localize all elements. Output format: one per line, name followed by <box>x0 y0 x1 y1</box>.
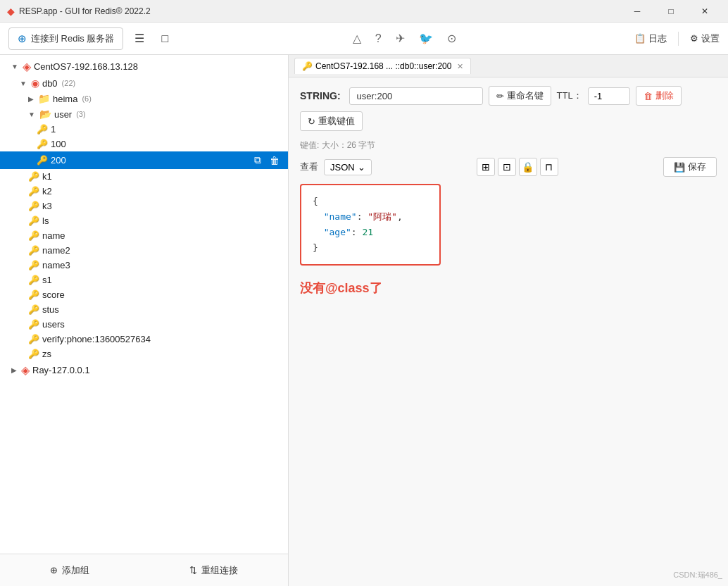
close-button[interactable]: ✕ <box>689 0 721 23</box>
log-button[interactable]: 📋 日志 <box>634 32 667 45</box>
reconnect-button[interactable]: ⇅ 重组连接 <box>175 559 252 582</box>
twitter-icon[interactable]: 🐦 <box>419 32 433 45</box>
delete-key-button[interactable]: 🗑 <box>267 154 282 167</box>
save-label: 保存 <box>688 161 706 173</box>
user-folder[interactable]: ▼ 📂 user (3) <box>0 106 288 122</box>
tab-close-button[interactable]: ✕ <box>457 62 463 71</box>
key-icon-zs: 🔑 <box>28 349 39 359</box>
menu-button[interactable]: ☰ <box>129 29 150 48</box>
key-score[interactable]: 🔑 score <box>0 287 288 302</box>
key-label-name: name <box>42 230 65 241</box>
key-verify-phone[interactable]: 🔑 verify:phone:13600527634 <box>0 332 288 347</box>
db0-node[interactable]: ▼ ◉ db0 (22) <box>0 75 288 91</box>
ray-server-label: Ray-127.0.0.1 <box>32 365 90 375</box>
key-label-name2: name2 <box>42 245 70 256</box>
main-content: ▼ ◈ CentOS7-192.168.13.128 ▼ ◉ db0 (22) … <box>0 55 728 586</box>
key-name2[interactable]: 🔑 name2 <box>0 243 288 258</box>
settings-icon: ⚙ <box>690 33 698 44</box>
key-name[interactable]: 🔑 name <box>0 228 288 243</box>
key-user-200[interactable]: 🔑 200 ⧉ 🗑 <box>0 151 288 169</box>
help-icon[interactable]: ? <box>375 32 382 45</box>
key-user-1[interactable]: 🔑 1 <box>0 122 288 137</box>
warning-icon[interactable]: △ <box>353 32 361 45</box>
key-name-input[interactable]: user:200 <box>349 87 483 105</box>
copy-key-button[interactable]: ⧉ <box>251 154 264 167</box>
view-icon-2[interactable]: ⊡ <box>498 158 516 176</box>
save-button[interactable]: 💾 保存 <box>663 157 717 177</box>
add-group-icon: ⊕ <box>50 565 58 575</box>
key-icon-100: 🔑 <box>37 139 48 149</box>
key-label-ls: ls <box>42 216 49 226</box>
delete-key-button[interactable]: 🗑 删除 <box>636 86 682 106</box>
heima-folder[interactable]: ▶ 📁 heima (6) <box>0 91 288 106</box>
key-icon-k1: 🔑 <box>28 171 39 182</box>
view-label: 查看 <box>300 161 318 173</box>
key-name3[interactable]: 🔑 name3 <box>0 258 288 273</box>
json-content-box: { "name": "阿瑞", "age": 21 } <box>300 184 441 266</box>
key-icon-name: 🔑 <box>28 230 39 241</box>
key-k1[interactable]: 🔑 k1 <box>0 169 288 184</box>
reload-label: 重载键值 <box>318 115 355 127</box>
view-icon-1[interactable]: ⊞ <box>477 158 495 176</box>
server-node[interactable]: ▼ ◈ CentOS7-192.168.13.128 <box>0 58 288 75</box>
server-expand-arrow: ▼ <box>11 63 18 70</box>
key-users[interactable]: 🔑 users <box>0 317 288 332</box>
key-label-s1: s1 <box>42 275 52 285</box>
key-label-1: 1 <box>51 124 56 135</box>
key-k3[interactable]: 🔑 k3 <box>0 199 288 213</box>
type-badge: STRING: <box>300 90 341 101</box>
reconnect-icon: ⇅ <box>189 565 197 575</box>
sidebar-footer: ⊕ 添加组 ⇅ 重组连接 <box>0 554 288 586</box>
settings-button[interactable]: ⚙ 设置 <box>690 32 720 45</box>
rename-label: 重命名键 <box>507 89 544 102</box>
user-count: (3) <box>76 110 85 118</box>
watermark: CSDN:瑞486_ <box>673 570 722 580</box>
rename-key-button[interactable]: ✏ 重命名键 <box>489 86 551 106</box>
key-ls[interactable]: 🔑 ls <box>0 213 288 228</box>
reload-key-button[interactable]: ↻ 重载键值 <box>300 111 363 131</box>
key-label-zs: zs <box>42 349 51 359</box>
view-icon-3[interactable]: 🔒 <box>519 158 537 176</box>
key-k2[interactable]: 🔑 k2 <box>0 184 288 199</box>
json-line-2: "name": "阿瑞", <box>313 209 428 225</box>
key-icon-200: 🔑 <box>37 155 48 166</box>
key-size-label: 键值: 大小：26 字节 <box>300 140 375 150</box>
ttl-label: TTL： <box>557 89 582 102</box>
delete-icon: 🗑 <box>644 91 653 101</box>
view-icon-4[interactable]: ⊓ <box>540 158 558 176</box>
maximize-button[interactable]: □ <box>655 0 687 23</box>
heima-expand-arrow: ▶ <box>28 95 34 103</box>
layout-button[interactable]: □ <box>156 30 174 48</box>
active-tab[interactable]: 🔑 CentOS7-192.168 ... ::db0::user:200 ✕ <box>294 58 471 74</box>
key-stus[interactable]: 🔑 stus <box>0 302 288 317</box>
editor-header: STRING: user:200 ✏ 重命名键 TTL： -1 🗑 删除 ↻ 重… <box>300 86 717 131</box>
key-icon-s1: 🔑 <box>28 275 39 285</box>
connect-button[interactable]: ⊕ 连接到 Redis 服务器 <box>8 27 123 50</box>
add-group-button[interactable]: ⊕ 添加组 <box>36 559 103 582</box>
ray-server-node[interactable]: ▶ ◈ Ray-127.0.0.1 <box>0 361 288 379</box>
server-icon: ◈ <box>23 60 31 73</box>
github-icon[interactable]: ⊙ <box>447 32 456 45</box>
key-icon-name2: 🔑 <box>28 245 39 256</box>
minimize-button[interactable]: ─ <box>621 0 653 23</box>
reconnect-label: 重组连接 <box>201 564 238 577</box>
key-user-100[interactable]: 🔑 100 <box>0 137 288 151</box>
toolbar-right: 📋 日志 ⚙ 设置 <box>634 32 720 46</box>
heima-count: (6) <box>82 94 91 103</box>
user-folder-icon: 📂 <box>39 108 51 120</box>
key-label-verify: verify:phone:13600527634 <box>42 334 151 344</box>
key-label-k1: k1 <box>42 171 52 182</box>
telegram-icon[interactable]: ✈ <box>396 32 405 45</box>
heima-label: heima <box>53 94 77 104</box>
json-line-3: "age": 21 <box>313 225 428 240</box>
ttl-input[interactable]: -1 <box>588 87 630 105</box>
key-label-score: score <box>42 289 65 300</box>
key-zs[interactable]: 🔑 zs <box>0 347 288 361</box>
format-select[interactable]: JSON ⌄ <box>324 159 372 175</box>
key-s1[interactable]: 🔑 s1 <box>0 273 288 287</box>
connect-label: 连接到 Redis 服务器 <box>31 32 114 45</box>
key-label-name3: name3 <box>42 260 70 270</box>
key-icon-k2: 🔑 <box>28 186 39 197</box>
tab-bar: 🔑 CentOS7-192.168 ... ::db0::user:200 ✕ <box>289 55 728 77</box>
rename-icon: ✏ <box>496 91 504 101</box>
